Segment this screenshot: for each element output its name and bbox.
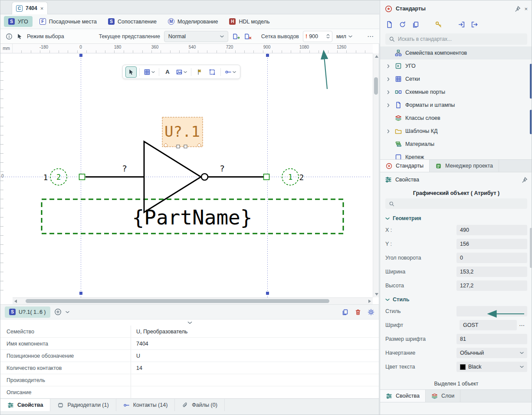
chevron-right-icon[interactable] [387, 90, 390, 94]
pin-grid-input[interactable]: ! 900 [303, 31, 332, 42]
tab-files[interactable]: Файлы (0) [175, 399, 224, 411]
font-size-input[interactable]: 81 [456, 334, 527, 344]
document-tab-7404[interactable]: C 7404 × [12, 2, 48, 14]
close-tab-icon[interactable]: × [40, 5, 44, 12]
pin-panel-icon[interactable] [521, 177, 528, 183]
selection-handle-square[interactable] [184, 145, 187, 148]
delete-view-button[interactable] [244, 33, 252, 40]
selection-handle-square[interactable] [177, 145, 180, 148]
table-row[interactable]: Производитель [0, 374, 379, 386]
tree-item-ugo[interactable]: УГО [380, 59, 532, 72]
vertical-scroll-thumb[interactable] [374, 77, 378, 95]
tab-ugo[interactable]: S УГО [4, 16, 33, 27]
export-icon[interactable] [471, 21, 478, 28]
scroll-right-arrow[interactable] [368, 300, 371, 303]
create-view-button[interactable] [232, 33, 240, 40]
new-document-icon[interactable] [386, 21, 393, 28]
standards-search-input[interactable] [398, 36, 524, 42]
pin-tool-button[interactable] [223, 66, 237, 78]
font-input[interactable]: GOST [460, 320, 517, 330]
width-input[interactable]: 153,2 [456, 267, 527, 277]
spinner-arrows[interactable] [326, 34, 330, 39]
select-tool-button[interactable] [125, 66, 137, 78]
tree-item-component-families[interactable]: Семейства компонентов [380, 46, 532, 59]
toolbar-overflow-button[interactable]: ⋯ [367, 33, 374, 40]
panel-collapse-handle[interactable] [0, 319, 379, 326]
tree-item-kd-templates[interactable]: Шаблоны КД [380, 125, 532, 138]
inversion-bubble[interactable] [201, 174, 208, 180]
font-style-select[interactable]: Обычный [456, 348, 527, 358]
text-color-select[interactable]: Black [456, 362, 527, 372]
scroll-left-arrow[interactable] [14, 300, 17, 303]
section-tab-u1[interactable]: S U?.1( 1..6 ) [5, 306, 50, 318]
spinner-down-icon[interactable] [326, 36, 330, 39]
delete-button[interactable] [355, 309, 361, 316]
chevron-down-icon[interactable] [66, 311, 69, 313]
units-select[interactable]: мил [336, 33, 352, 40]
standards-search[interactable] [385, 33, 527, 45]
x-input[interactable]: 490 [456, 225, 527, 235]
copy-documents-icon[interactable] [412, 21, 419, 28]
partname-attribute[interactable]: {PartName} [42, 199, 343, 234]
view-select[interactable]: Normal [164, 31, 228, 42]
table-row[interactable]: Количество контактов14 [0, 362, 379, 374]
tab-project-manager[interactable]: Менеджер проекта [430, 160, 499, 172]
grid-tool-button[interactable] [142, 66, 156, 78]
scroll-down-arrow[interactable] [375, 293, 378, 296]
table-row[interactable]: Имя компонента7404 [0, 338, 379, 350]
style-input[interactable] [456, 306, 527, 316]
close-panel-icon[interactable]: × [524, 6, 528, 12]
output-pad[interactable] [264, 174, 269, 180]
chevron-right-icon[interactable] [387, 129, 390, 133]
spinner-up-icon[interactable] [326, 34, 330, 36]
key-icon[interactable] [435, 21, 442, 28]
canvas-horizontal-scrollbar[interactable] [13, 297, 373, 304]
chevron-right-icon[interactable] [387, 77, 390, 81]
input-pad[interactable] [79, 174, 85, 180]
tree-item-grids[interactable]: Сетки [380, 72, 532, 86]
tree-item-schematic-ports[interactable]: Схемные порты [380, 86, 532, 99]
height-input[interactable]: 127,2 [456, 280, 527, 291]
style-section-header[interactable]: Стиль [380, 293, 532, 304]
tree-item-partial[interactable]: Крепеж [380, 151, 532, 159]
inverter-symbol[interactable]: 1 2 1 2 ? ? [43, 142, 304, 212]
canvas-vertical-scrollbar[interactable] [373, 53, 379, 297]
chevron-right-icon[interactable] [387, 64, 390, 68]
tab-contacts[interactable]: Контакты (14) [116, 399, 175, 411]
tree-item-layer-classes[interactable]: Классы слоев [380, 112, 532, 125]
tab-hdl-model[interactable]: H HDL модель [225, 16, 274, 27]
schematic-drawing[interactable]: {PartName} 1 2 1 2 ? ? [0, 53, 370, 297]
tree-item-formats-stamps[interactable]: Форматы и штампы [380, 99, 532, 112]
add-section-button[interactable] [54, 308, 62, 316]
copy-properties-button[interactable] [342, 309, 348, 316]
tab-simulation[interactable]: M Моделирование [164, 16, 223, 27]
rotation-input[interactable]: 0 [456, 253, 527, 263]
horizontal-scroll-thumb[interactable] [26, 299, 329, 303]
tab-properties[interactable]: Свойства [0, 399, 50, 411]
tab-footprints[interactable]: F Посадочные места [35, 16, 101, 27]
pin-flag-tool-button[interactable] [194, 66, 205, 78]
refresh-icon[interactable] [399, 21, 406, 28]
table-row[interactable]: Позиционное обозначениеU [0, 350, 379, 362]
import-icon[interactable] [458, 21, 465, 28]
table-row[interactable]: Описание [0, 386, 379, 399]
y-input[interactable]: 156 [456, 239, 527, 249]
properties-scrollbar-thumb[interactable] [530, 228, 532, 268]
properties-search[interactable] [385, 198, 527, 209]
font-more-button[interactable]: ⋯ [517, 320, 527, 330]
text-tool-button[interactable]: A [162, 66, 173, 78]
pin-panel-icon[interactable] [514, 6, 521, 12]
tab-props[interactable]: Свойства [380, 390, 426, 402]
gear-icon[interactable] [368, 309, 374, 316]
tab-standards[interactable]: Стандарты [380, 160, 430, 172]
frame-tool-button[interactable] [207, 66, 218, 78]
tab-layers[interactable]: Слои [426, 390, 460, 402]
tree-item-materials[interactable]: Материалы [380, 138, 532, 151]
refdes-label-selected[interactable]: U?.1 [162, 117, 203, 148]
symbol-canvas[interactable]: mm -180 0 180 360 540 720 900 1080 1260 … [0, 44, 379, 304]
chevron-right-icon[interactable] [387, 103, 390, 107]
scroll-up-arrow[interactable] [375, 55, 378, 58]
geometry-section-header[interactable]: Геометрия [380, 211, 532, 223]
tree-scrollbar-mark[interactable] [530, 64, 532, 99]
table-row[interactable]: СемействоU, Преобразователь [0, 326, 379, 338]
